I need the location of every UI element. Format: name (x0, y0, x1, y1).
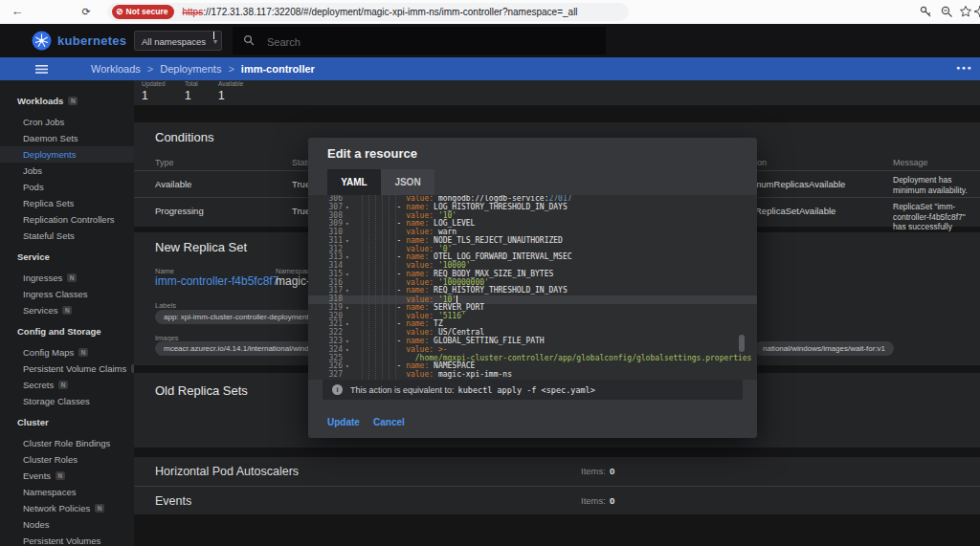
stat-available: Available1 (218, 80, 243, 102)
fold-spacer (343, 262, 360, 271)
refresh-icon[interactable]: ⟳ (78, 4, 94, 19)
sidebar-item-cluster-roles[interactable]: Cluster Roles (0, 451, 134, 468)
yaml-line: 317▾ - name: REQ_HISTORY_THRESHOLD_IN_DA… (308, 287, 757, 295)
sidebar-section-service[interactable]: Service (0, 249, 134, 265)
fold-toggle-icon[interactable]: ▾ (343, 253, 360, 262)
fold-spacer (343, 355, 360, 363)
namespaced-badge: N (62, 306, 72, 315)
sidebar-item-secrets[interactable]: SecretsN (0, 377, 134, 393)
sidebar-item-stateful-sets[interactable]: Stateful Sets (0, 228, 134, 244)
info-icon: i (332, 384, 343, 395)
fold-toggle-icon[interactable]: ▾ (343, 271, 360, 279)
namespaced-badge: N (131, 364, 134, 373)
tab-yaml[interactable]: YAML (327, 169, 381, 195)
fold-toggle-icon[interactable]: ▾ (343, 338, 360, 346)
url-text: https://172.31.38.117:32208/#/deployment… (182, 7, 577, 17)
kubectl-hint: i This action is equivalent to: kubectl … (323, 380, 743, 400)
dialog-title: Edit a resource (327, 146, 417, 161)
chevron-down-icon: ▾ (213, 32, 214, 39)
sidebar-item-namespaces[interactable]: Namespaces (0, 484, 134, 500)
bottom-cards: Horizontal Pod Autoscalers Items:0 Event… (134, 457, 980, 514)
sidebar-section-config-and-storage[interactable]: Config and Storage (0, 323, 134, 339)
fold-spacer (343, 229, 360, 237)
conditions-title: Conditions (155, 130, 213, 144)
fold-toggle-icon[interactable]: ▾ (343, 304, 360, 313)
sidebar-item-cron-jobs[interactable]: Cron Jobs (0, 114, 134, 130)
namespace-selector[interactable]: All namespaces ▾ (134, 31, 222, 51)
back-icon[interactable]: ← (10, 4, 25, 19)
events-title: Events (155, 494, 191, 508)
editor-scrollbar[interactable] (739, 335, 745, 352)
sidebar-item-services[interactable]: ServicesN (0, 302, 134, 318)
search-input[interactable] (265, 27, 594, 56)
fold-toggle-icon[interactable]: ▾ (343, 237, 360, 246)
fold-toggle-icon[interactable]: ▾ (343, 320, 360, 329)
sidebar-section-cluster[interactable]: Cluster (0, 414, 134, 430)
sidebar-item-daemon-sets[interactable]: Daemon Sets (0, 130, 134, 146)
cancel-button[interactable]: Cancel (373, 417, 405, 427)
yaml-editor[interactable]: 306 value: mongodb://logdb-service:27017… (308, 195, 757, 380)
kubernetes-logo-icon[interactable] (32, 31, 52, 51)
fold-spacer (343, 195, 360, 204)
sidebar-item-events[interactable]: EventsN (0, 468, 134, 484)
pod-status-card: Updated1 Total1 Available1 (134, 80, 980, 105)
col-type: Type (155, 158, 174, 167)
fold-toggle-icon[interactable]: ▾ (343, 220, 360, 229)
sidebar-item-replica-sets[interactable]: Replica Sets (0, 195, 134, 211)
fold-spacer (343, 246, 360, 254)
image-chip: national/windows/images/wait-for:v1 (754, 341, 894, 356)
fold-toggle-icon[interactable]: ▾ (343, 204, 360, 212)
zoom-icon[interactable] (940, 5, 953, 18)
more-options-icon[interactable]: ●●● (956, 57, 972, 78)
sidebar-item-persistent-volumes[interactable]: Persistent Volumes (0, 533, 134, 546)
namespaced-badge: N (56, 471, 65, 480)
replica-set-name-link[interactable]: imm-controller-f4b5fc8f7 (155, 274, 278, 288)
menu-icon[interactable] (35, 65, 48, 74)
sidebar-item-pods[interactable]: Pods (0, 179, 134, 195)
sidebar-item-persistent-volume-claims[interactable]: Persistent Volume ClaimsN (0, 360, 134, 377)
line-number: 327 (308, 371, 343, 380)
update-button[interactable]: Update (327, 417, 360, 427)
breadcrumb-deployments[interactable]: Deployments (160, 63, 221, 75)
old-replica-sets-title: Old Replica Sets (155, 383, 248, 398)
fold-toggle-icon[interactable]: ▾ (343, 287, 360, 295)
sidebar-item-config-maps[interactable]: Config MapsN (0, 344, 134, 360)
new-replica-set-title: New Replica Set (155, 240, 247, 254)
breadcrumb-workloads[interactable]: Workloads (91, 63, 141, 75)
fold-toggle-icon[interactable]: ▾ (343, 362, 360, 371)
sidebar-item-jobs[interactable]: Jobs (0, 163, 134, 179)
fold-toggle-icon[interactable]: ▾ (343, 346, 360, 355)
brand-title[interactable]: kubernetes (57, 33, 126, 48)
stat-updated: Updated1 (142, 80, 166, 102)
tab-json[interactable]: JSON (381, 169, 434, 195)
breadcrumb: Workloads>Deployments>imm-controller (91, 57, 315, 80)
breadcrumb-current: imm-controller (241, 63, 315, 75)
namespaced-badge: N (68, 97, 78, 105)
sidebar-item-ingresses[interactable]: IngressesN (0, 270, 134, 286)
fold-spacer (343, 313, 360, 321)
blocked-icon: ⊘ (116, 7, 123, 16)
sidebar-item-nodes[interactable]: Nodes (0, 516, 134, 533)
not-secure-badge[interactable]: ⊘Not secure (112, 5, 174, 19)
namespaced-badge: N (78, 348, 88, 357)
sidebar-item-storage-classes[interactable]: Storage Classes (0, 393, 134, 409)
key-icon[interactable] (919, 5, 932, 18)
labels-label: Labels (155, 301, 176, 310)
search-bar[interactable] (233, 27, 606, 55)
hpa-items-count: Items:0 (581, 466, 614, 476)
sidebar-item-deployments[interactable]: Deployments (0, 146, 134, 163)
namespaced-badge: N (58, 381, 68, 389)
address-bar[interactable]: ⊘Not secure https://172.31.38.117:32208/… (107, 3, 629, 21)
favorites-star-icon[interactable] (959, 5, 972, 18)
sidebar-section-workloads[interactable]: WorkloadsN (0, 93, 134, 109)
sidebar-item-replication-controllers[interactable]: Replication Controllers (0, 211, 134, 228)
sidebar-item-cluster-role-bindings[interactable]: Cluster Role Bindings (0, 435, 134, 451)
edit-resource-dialog: Edit a resource YAML JSON 306 value: mon… (308, 138, 757, 438)
sidebar-item-network-policies[interactable]: Network PoliciesN (0, 500, 134, 516)
toolbar: Workloads>Deployments>imm-controller ●●● (0, 57, 980, 80)
stat-total: Total1 (185, 80, 198, 102)
sidebar-item-ingress-classes[interactable]: Ingress Classes (0, 286, 134, 302)
collections-icon[interactable] (973, 5, 980, 18)
search-icon (243, 34, 255, 46)
label-chip: app: xpi-imm-cluster-controller-deployme… (155, 310, 318, 324)
